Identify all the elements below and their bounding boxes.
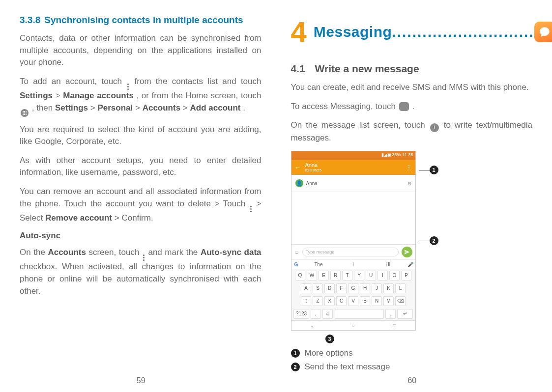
page-59: 3.3.8 Synchronising contacts in multiple… bbox=[0, 0, 276, 392]
send-button bbox=[402, 247, 412, 257]
more-vert-icon bbox=[143, 254, 145, 261]
chapter-number: 4 bbox=[291, 18, 307, 46]
keyboard-key: B bbox=[360, 296, 370, 306]
paragraph: As with other account setups, you need t… bbox=[20, 155, 261, 179]
section-title: Synchronising contacts in multiple accou… bbox=[44, 15, 243, 26]
callout-2: 2 bbox=[419, 236, 438, 245]
paragraph: Contacts, data or other information can … bbox=[20, 32, 261, 69]
keyboard-key: L bbox=[395, 283, 406, 293]
more-vert-icon bbox=[127, 84, 129, 90]
compose-plus-icon: + bbox=[430, 123, 439, 132]
paragraph: You are required to select the kind of a… bbox=[20, 124, 261, 148]
keyboard-key: V bbox=[348, 296, 358, 306]
message-area bbox=[291, 192, 415, 244]
section-number: 3.3.8 bbox=[20, 15, 40, 26]
keyboard-key: W bbox=[307, 271, 317, 280]
keyboard-key: T bbox=[342, 271, 352, 280]
keyboard-key: ⌫ bbox=[395, 296, 406, 306]
suggestion-bar: G The I Hi 🎤 bbox=[291, 259, 415, 269]
phone-screenshot-figure: ▮◢◼ 36% 11:38 ← Anna 823 8625 ⋮ 👤 Anna ⊖ bbox=[291, 151, 533, 331]
contact-name: Anna bbox=[305, 163, 321, 168]
keyboard-key: Q bbox=[295, 271, 305, 280]
spacebar-key bbox=[335, 309, 384, 319]
symbols-key: ?123 bbox=[293, 309, 309, 319]
status-bar: ▮◢◼ 36% 11:38 bbox=[291, 151, 415, 160]
google-icon: G bbox=[291, 260, 301, 269]
page-number-left: 59 bbox=[20, 376, 262, 385]
keyboard-key: Z bbox=[313, 296, 323, 306]
keyboard-key: X bbox=[324, 296, 335, 306]
mic-icon: 🎤 bbox=[406, 260, 415, 269]
keyboard-key: P bbox=[401, 271, 411, 280]
keyboard-key: O bbox=[389, 271, 400, 280]
chapter-header: 4 Messaging............................ bbox=[291, 18, 533, 46]
chapter-title: Messaging............................ bbox=[314, 24, 534, 40]
figure-legend: 1 More options 2 Send the text message bbox=[291, 348, 533, 372]
recipient-chip: 👤 Anna ⊖ bbox=[291, 175, 415, 192]
nav-home-icon: ○ bbox=[333, 323, 374, 328]
keyboard: QWERTYUIOP ASDFGHJKL ⇧ZXCVBNM⌫ ?123 , ☺ … bbox=[291, 269, 415, 320]
keyboard-key: Y bbox=[354, 271, 364, 280]
keyboard-key: ⇧ bbox=[301, 296, 311, 306]
emoji-icon: ☺ bbox=[294, 250, 299, 255]
section-heading-3-3-8: 3.3.8 Synchronising contacts in multiple… bbox=[20, 15, 261, 26]
remove-chip-icon: ⊖ bbox=[407, 181, 411, 186]
keyboard-key: G bbox=[348, 283, 358, 293]
apps-grid-icon bbox=[21, 109, 29, 117]
keyboard-key: I bbox=[378, 271, 388, 280]
keyboard-key: K bbox=[383, 283, 394, 293]
figure-callouts: 1 2 bbox=[419, 151, 438, 245]
messaging-app-icon bbox=[534, 22, 552, 42]
keyboard-key: E bbox=[319, 271, 329, 280]
legend-item-1: 1 More options bbox=[291, 348, 533, 358]
paragraph: On the message list screen, touch + to w… bbox=[291, 119, 533, 144]
message-input: Type message bbox=[302, 248, 399, 256]
send-icon bbox=[404, 249, 410, 255]
avatar-icon: 👤 bbox=[295, 179, 303, 187]
callout-1: 1 bbox=[419, 166, 438, 174]
back-arrow-icon: ← bbox=[294, 164, 301, 171]
keyboard-key: D bbox=[324, 283, 335, 293]
keyboard-key: H bbox=[360, 283, 370, 293]
page-number-right: 60 bbox=[291, 376, 534, 385]
callout-3: 3 bbox=[325, 335, 533, 343]
phone-mockup: ▮◢◼ 36% 11:38 ← Anna 823 8625 ⋮ 👤 Anna ⊖ bbox=[291, 151, 416, 331]
keyboard-key: U bbox=[366, 271, 376, 280]
legend-item-2: 2 Send the text message bbox=[291, 362, 533, 372]
paragraph: You can create, edit and receive SMS and… bbox=[291, 82, 533, 94]
contact-phone: 823 8625 bbox=[305, 168, 321, 172]
paragraph: To add an account, touch from the contac… bbox=[20, 76, 261, 117]
keyboard-key: C bbox=[336, 296, 347, 306]
section-heading-4-1: 4.1 Write a new message bbox=[291, 63, 533, 75]
nav-bar: ⌄ ○ □ bbox=[291, 320, 415, 330]
messaging-bubble-icon bbox=[399, 102, 409, 111]
more-vert-icon bbox=[250, 206, 252, 212]
keyboard-key: A bbox=[301, 283, 311, 293]
app-title-bar: ← Anna 823 8625 ⋮ bbox=[291, 160, 415, 175]
keyboard-key: S bbox=[313, 283, 323, 293]
autosync-heading: Auto-sync bbox=[20, 231, 261, 241]
compose-row: ☺ Type message bbox=[291, 244, 415, 259]
page-60: 4 Messaging............................ … bbox=[276, 0, 552, 392]
paragraph: On the Accounts screen, touch and mark t… bbox=[20, 247, 261, 297]
return-key: ↵ bbox=[397, 309, 413, 319]
paragraph: To access Messaging, touch . bbox=[291, 101, 533, 113]
keyboard-key: R bbox=[330, 271, 341, 280]
keyboard-key: J bbox=[372, 283, 382, 293]
nav-recent-icon: □ bbox=[374, 323, 415, 328]
paragraph: You can remove an account and all associ… bbox=[20, 186, 261, 224]
keyboard-key: F bbox=[336, 283, 347, 293]
speech-bubble-icon bbox=[538, 26, 551, 38]
keyboard-key: M bbox=[383, 296, 394, 306]
nav-down-icon: ⌄ bbox=[291, 323, 333, 328]
more-options-icon: ⋮ bbox=[406, 164, 412, 171]
keyboard-key: N bbox=[372, 296, 382, 306]
